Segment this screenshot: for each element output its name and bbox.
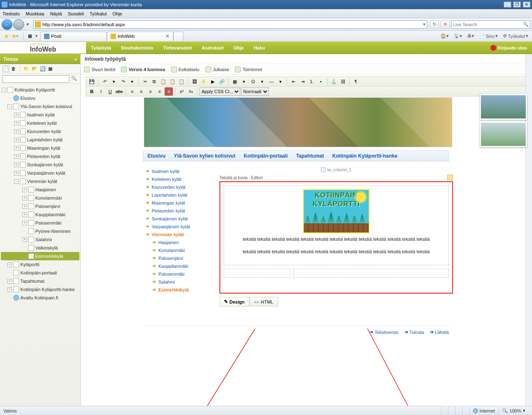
village-link[interactable]: ➔Kiuruveden kylät: [145, 183, 216, 191]
iwmenu-sivuhakemisto[interactable]: Sivuhakemisto: [121, 44, 153, 52]
menu-suosikit[interactable]: Suosikit: [68, 11, 84, 16]
tree-etusivu[interactable]: ⋯Etusivu: [1, 94, 79, 102]
page-menu[interactable]: 📄Sivu▾: [478, 33, 499, 39]
tree-item[interactable]: +Kotiinpäin Kyläportti-hanke: [1, 285, 79, 294]
sub-icon[interactable]: x₂: [187, 87, 195, 96]
tree-item[interactable]: ⋯Valkeiskylä: [1, 244, 79, 252]
paste-icon[interactable]: 📋: [159, 77, 167, 86]
status-zone[interactable]: Internet: [469, 406, 498, 415]
search-icon[interactable]: 🔍: [71, 76, 78, 82]
add-favorite-icon[interactable]: ★+: [12, 32, 19, 40]
sitenav-etusivu[interactable]: Etusivu: [148, 153, 165, 159]
search-box[interactable]: 🔍: [451, 20, 530, 29]
underline-icon[interactable]: U: [106, 87, 114, 96]
action-esikatselu[interactable]: Esikatselu: [171, 67, 200, 72]
village-link[interactable]: ➔Iisalmen kylät: [145, 167, 216, 175]
link-laheta[interactable]: ➔Lähetä: [430, 329, 449, 335]
strike-icon[interactable]: abc: [115, 87, 123, 96]
back-button[interactable]: ←: [2, 19, 12, 30]
tree-item[interactable]: +Kyläportti: [1, 260, 79, 269]
village-sublink[interactable]: ➔Haajainen: [145, 238, 216, 246]
link-tekstiversio[interactable]: ➔Tekstiversio: [369, 329, 398, 335]
sitenav-tapahtumat[interactable]: Tapahtumat: [296, 153, 324, 159]
column-header[interactable]: iw_column_1: [219, 167, 453, 174]
url-input[interactable]: [42, 22, 423, 27]
pilcrow-icon[interactable]: ¶: [352, 77, 360, 86]
cell-70[interactable]: [293, 269, 449, 278]
menu-ohje[interactable]: Ohje: [113, 11, 122, 16]
undo-dd[interactable]: ▾: [110, 77, 118, 86]
refresh-tree-icon[interactable]: 🔄: [39, 66, 46, 72]
tree-item[interactable]: +Keiteleen kylät: [1, 119, 79, 127]
address-bar[interactable]: ▾: [33, 20, 427, 29]
action-toiminnot[interactable]: Toiminnot: [235, 67, 262, 72]
editor-settings-icon[interactable]: [447, 175, 453, 180]
action-julkaise[interactable]: Julkaise: [205, 67, 229, 72]
village-sublink[interactable]: ➔Salahmi: [145, 278, 216, 286]
tree-item[interactable]: +Varpaisjärven kylät: [1, 169, 79, 177]
align-center-icon[interactable]: ≡: [137, 87, 145, 96]
menu-muokkaa[interactable]: Muokkaa: [26, 11, 44, 16]
favorites-star-icon[interactable]: ★: [2, 32, 10, 40]
cut-icon[interactable]: ✂: [141, 77, 149, 86]
tree-item[interactable]: +Kiuruveden kylät: [1, 127, 79, 136]
tree-item[interactable]: +Palosenmäki: [1, 219, 79, 227]
image-icon[interactable]: 🖼: [190, 77, 199, 86]
action-sivun-tiedot[interactable]: Sivun tiedot: [84, 67, 115, 72]
tree-item[interactable]: +Haajainen: [1, 185, 79, 194]
paragraph-style-select[interactable]: Normaali: [241, 87, 269, 96]
tab-posti[interactable]: Posti: [40, 32, 107, 41]
iwmenu-ohje[interactable]: Ohje: [234, 44, 244, 52]
tree-ylasavo[interactable]: −Ylä-Savon kylien kotisivut: [1, 102, 79, 111]
search-icon[interactable]: 🔍: [523, 22, 529, 27]
undo-icon[interactable]: ↶: [101, 77, 109, 86]
history-dropdown[interactable]: ▾: [25, 19, 31, 30]
tree-item[interactable]: +Maaningan kylät: [1, 144, 79, 152]
print-button[interactable]: 🖶▾: [466, 33, 475, 39]
flash-icon[interactable]: ⚡: [200, 77, 208, 86]
content-block[interactable]: KOTIINPÄIN KYLÄPORTTI tekstiä tekstiä te…: [224, 185, 449, 265]
village-sublink[interactable]: ➔Konolanmäki: [145, 246, 216, 254]
tree-item[interactable]: +Sonkajärven kylät: [1, 161, 79, 169]
redo-icon[interactable]: ↷: [119, 77, 127, 86]
refresh-button[interactable]: ↻: [430, 20, 439, 29]
iwmenu-tietovarastot[interactable]: Tietovarastot: [163, 44, 192, 52]
save-icon[interactable]: 💾: [88, 77, 96, 86]
sitenav-portaali[interactable]: Kotiinpäin-portaali: [244, 153, 288, 159]
tree-item[interactable]: ⋯Esimerkkikylä: [1, 252, 79, 260]
indent-icon[interactable]: ⇥: [298, 77, 307, 86]
forward-button[interactable]: →: [13, 19, 24, 30]
action-versio[interactable]: Versio 4 luonnos: [121, 67, 165, 72]
config-icon[interactable]: ▦: [48, 66, 54, 72]
village-sublink-active[interactable]: ➔Esimerkkikylä: [145, 286, 216, 294]
hr-dd[interactable]: ▾: [276, 77, 285, 86]
tree-item[interactable]: +Tapahtumat: [1, 277, 79, 285]
ul-icon[interactable]: •: [317, 77, 325, 86]
tree-item[interactable]: +Pielaveden kylät: [1, 152, 79, 161]
tree-item[interactable]: +Lapinlahden kylät: [1, 136, 79, 144]
village-link[interactable]: ➔Lapinlahden kylät: [145, 191, 216, 199]
village-link[interactable]: ➔Sonkajärven kylät: [145, 215, 216, 222]
paste-plain-icon[interactable]: 📋: [177, 77, 186, 86]
copy-icon[interactable]: ⧉: [150, 77, 158, 86]
design-tab[interactable]: ✎ Design: [219, 297, 249, 306]
logout-button[interactable]: Kirjaudu ulos: [490, 42, 532, 54]
restore-button[interactable]: ❐: [513, 2, 521, 7]
iwmenu-tyopoyta[interactable]: Työpöytä: [91, 44, 111, 52]
link-tulosta[interactable]: ➔Tulosta: [404, 329, 424, 335]
tab-close-icon[interactable]: ✕: [165, 33, 170, 39]
align-justify-icon[interactable]: ≡: [155, 87, 164, 96]
table-icon[interactable]: ▦: [231, 77, 239, 86]
village-link[interactable]: ➔Keiteleen kylät: [145, 175, 216, 183]
tree-item[interactable]: ⋯Avattu Kotiinpain.fi: [1, 294, 79, 302]
align-right-icon[interactable]: ≡: [146, 87, 155, 96]
home-button[interactable]: 🏠▾: [439, 33, 450, 39]
outdent-icon[interactable]: ⇤: [289, 77, 298, 86]
village-link[interactable]: ➔Maaningan kylät: [145, 199, 216, 207]
ol-icon[interactable]: 1.: [308, 77, 316, 86]
tree-search-input[interactable]: [2, 75, 69, 83]
village-sublink[interactable]: ➔Palosenmäki: [145, 270, 216, 278]
html-tab[interactable]: <> HTML: [249, 297, 278, 306]
anchor-icon[interactable]: ⚓: [330, 77, 338, 86]
menu-tyokalut[interactable]: Työkalut: [90, 11, 107, 16]
